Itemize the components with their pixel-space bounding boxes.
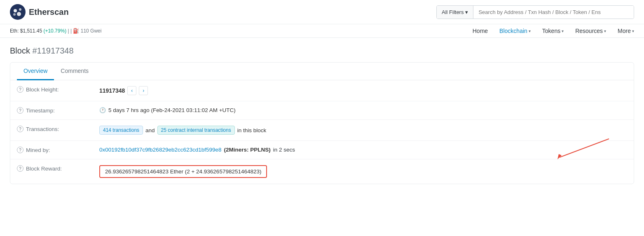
nav-more[interactable]: More ▾ [618,28,634,34]
block-number: #11917348 [32,46,73,55]
tab-comments[interactable]: Comments [54,63,95,80]
svg-point-0 [10,4,26,20]
nav-blockchain-label: Blockchain [499,28,527,34]
nav-more-label: More [618,28,631,34]
svg-point-4 [13,13,16,16]
page-title: Block #11917348 [10,46,634,56]
block-reward-label-text: Block Reward: [26,166,62,172]
block-height-value-col: 11917348 ‹ › [99,86,627,95]
search-input[interactable] [473,6,634,19]
timestamp-label-text: Timestamp: [26,107,55,114]
info-table: ? Block Height: 11917348 ‹ › ? Timestamp… [10,80,634,184]
chevron-down-icon: ▾ [604,29,606,33]
eth-change: (+10.79%) [43,28,66,34]
transactions-help-icon[interactable]: ? [17,126,23,132]
search-filter-button[interactable]: All Filters ▾ [437,6,473,19]
block-height-number: 11917348 [99,87,125,94]
search-area: All Filters ▾ [436,5,634,19]
block-height-label-col: ? Block Height: [17,86,99,93]
tabs: Overview Comments [10,63,634,80]
block-reward-row: ? Block Reward: 26.936265798251464823 Et… [10,159,634,184]
mined-by-help-icon[interactable]: ? [17,147,23,153]
gas-pump-icon: ⛽ [73,28,79,34]
chevron-down-icon: ▾ [465,9,468,15]
transactions-label-col: ? Transactions: [17,126,99,132]
svg-marker-6 [557,154,562,159]
eth-separator: | [68,28,69,34]
chevron-down-icon: ▾ [632,29,634,33]
svg-point-1 [14,9,17,12]
logo-text: Etherscan [29,7,69,17]
timestamp-help-icon[interactable]: ? [17,107,23,114]
miner-address-link[interactable]: 0x00192fb10df37c9fb26829eb2cc623cd1bf599… [99,147,222,153]
timestamp-value: 5 days 7 hrs ago (Feb-24-2021 03:11:02 A… [108,107,236,113]
transactions-row: ? Transactions: 414 transactions and 25 … [10,120,634,141]
logo-area: Etherscan [10,4,69,20]
chevron-down-icon: ▾ [529,29,531,33]
timestamp-row: ? Timestamp: 🕐 5 days 7 hrs ago (Feb-24-… [10,101,634,120]
timestamp-value-col: 🕐 5 days 7 hrs ago (Feb-24-2021 03:11:02… [99,107,627,113]
nav-resources-label: Resources [575,28,603,34]
svg-line-5 [560,139,609,157]
page-title-label: Block [10,46,30,55]
timestamp-label-col: ? Timestamp: [17,107,99,114]
search-filter-label: All Filters [442,9,464,15]
prev-block-button[interactable]: ‹ [127,86,136,95]
header-top: Etherscan All Filters ▾ [0,0,644,24]
nav-tokens-label: Tokens [542,28,560,34]
page-content: Block #11917348 Overview Comments ? Bloc… [0,38,644,192]
mined-by-row: ? Mined by: 0x00192fb10df37c9fb26829eb2c… [10,141,634,159]
etherscan-logo-icon [10,4,26,20]
eth-label: Eth: [10,28,19,34]
block-reward-help-icon[interactable]: ? [17,165,23,172]
eth-gas: 110 Gwei [81,28,102,34]
block-reward-value: 26.936265798251464823 Ether (2 + 24.9362… [99,165,267,178]
chevron-down-icon: ▾ [562,29,564,33]
transactions-and: and [145,127,155,133]
eth-price: $1,511.45 [20,28,42,34]
mined-time: in 2 secs [273,147,295,153]
block-height-row: ? Block Height: 11917348 ‹ › [10,80,634,101]
transactions-suffix: in this block [237,127,267,133]
transactions-label-text: Transactions: [26,126,59,132]
nav-blockchain[interactable]: Blockchain ▾ [499,28,531,34]
block-height-label-text: Block Height: [26,86,59,93]
transactions-badge[interactable]: 414 transactions [99,126,143,135]
mined-by-label-text: Mined by: [26,147,50,153]
nav-tokens[interactable]: Tokens ▾ [542,28,564,34]
nav-links: Home Blockchain ▾ Tokens ▾ Resources ▾ M… [473,28,634,34]
nav-resources[interactable]: Resources ▾ [575,28,606,34]
transactions-value-col: 414 transactions and 25 contract interna… [99,126,627,135]
block-reward-value-col: 26.936265798251464823 Ether (2 + 24.9362… [99,165,627,178]
miner-name: (2Miners: PPLNS) [224,147,271,153]
mined-by-label-col: ? Mined by: [17,147,99,153]
mined-by-value-col: 0x00192fb10df37c9fb26829eb2cc623cd1bf599… [99,147,627,153]
contract-transactions-badge[interactable]: 25 contract internal transactions [157,126,235,135]
block-detail-card: Overview Comments ? Block Height: 119173… [10,62,634,184]
svg-point-3 [17,12,21,16]
clock-icon: 🕐 [99,107,106,113]
next-block-button[interactable]: › [139,86,148,95]
header-nav: Eth: $1,511.45 (+10.79%) | | ⛽ 110 Gwei … [0,24,644,38]
eth-info: Eth: $1,511.45 (+10.79%) | | ⛽ 110 Gwei [10,28,101,34]
tab-overview[interactable]: Overview [17,63,54,80]
nav-home[interactable]: Home [473,28,488,34]
block-reward-label-col: ? Block Reward: [17,165,99,172]
svg-point-2 [19,8,21,11]
block-height-help-icon[interactable]: ? [17,86,23,93]
